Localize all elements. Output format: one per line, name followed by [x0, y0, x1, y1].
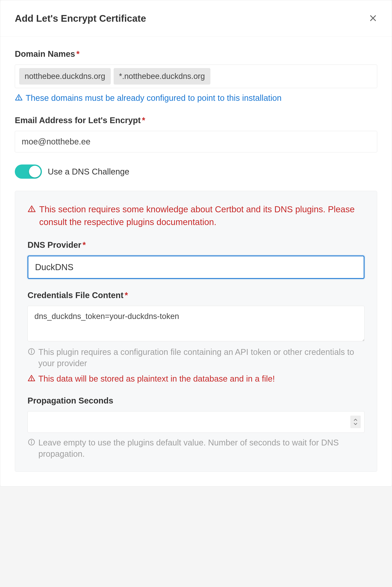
dns-challenge-label: Use a DNS Challenge: [48, 167, 129, 176]
close-icon: [369, 14, 377, 22]
stepper-down-icon: [354, 422, 357, 426]
credentials-group: Credentials File Content* This plugin re…: [28, 290, 364, 384]
dns-provider-group: DNS Provider* DuckDNS: [28, 240, 364, 279]
info-circle-icon: [28, 438, 36, 446]
domain-names-input[interactable]: notthebee.duckdns.org *.notthebee.duckdn…: [15, 65, 377, 88]
warning-triangle-icon: [28, 205, 36, 213]
propagation-help: Leave empty to use the plugins default v…: [28, 437, 364, 459]
dns-provider-select[interactable]: DuckDNS: [28, 255, 364, 279]
required-marker: *: [142, 116, 145, 125]
email-label: Email Address for Let's Encrypt*: [15, 116, 377, 125]
required-marker: *: [76, 49, 80, 59]
credentials-textarea[interactable]: [28, 306, 364, 341]
credentials-help-warn: This data will be stored as plaintext in…: [28, 373, 364, 384]
svg-point-5: [32, 210, 32, 211]
svg-point-13: [31, 440, 32, 441]
warning-triangle-icon: [15, 94, 23, 101]
modal-header: Add Let's Encrypt Certificate: [0, 0, 392, 37]
svg-point-10: [31, 380, 32, 380]
modal-title: Add Let's Encrypt Certificate: [15, 13, 146, 24]
svg-point-8: [31, 350, 32, 350]
credentials-help-info: This plugin requires a configuration fil…: [28, 346, 364, 369]
required-marker: *: [82, 240, 86, 249]
add-certificate-modal: Add Let's Encrypt Certificate Domain Nam…: [0, 0, 392, 487]
warning-triangle-icon: [28, 374, 36, 382]
domain-names-help: These domains must be already configured…: [15, 92, 377, 104]
modal-body: Domain Names* notthebee.duckdns.org *.no…: [0, 37, 392, 486]
propagation-label: Propagation Seconds: [28, 396, 364, 405]
dns-challenge-toggle-row: Use a DNS Challenge: [15, 164, 377, 179]
email-group: Email Address for Let's Encrypt*: [15, 116, 377, 152]
domain-names-label: Domain Names*: [15, 49, 377, 59]
propagation-input[interactable]: [28, 411, 364, 433]
propagation-input-wrap: [28, 411, 364, 433]
domain-names-group: Domain Names* notthebee.duckdns.org *.no…: [15, 49, 377, 104]
stepper-up-icon: [354, 418, 357, 422]
dns-challenge-panel: This section requires some knowledge abo…: [15, 191, 377, 472]
propagation-group: Propagation Seconds Leave em: [28, 396, 364, 459]
number-stepper[interactable]: [350, 416, 361, 428]
svg-point-3: [18, 99, 19, 99]
close-button[interactable]: [369, 14, 377, 23]
dns-provider-label: DNS Provider*: [28, 240, 364, 250]
domain-tag[interactable]: *.notthebee.duckdns.org: [114, 68, 210, 85]
dns-panel-warning: This section requires some knowledge abo…: [28, 203, 364, 229]
info-circle-icon: [28, 348, 36, 356]
required-marker: *: [125, 290, 128, 300]
domain-tag[interactable]: notthebee.duckdns.org: [19, 68, 111, 85]
toggle-knob: [29, 166, 41, 177]
credentials-label: Credentials File Content*: [28, 290, 364, 300]
email-input[interactable]: [15, 131, 377, 152]
dns-challenge-toggle[interactable]: [15, 164, 42, 179]
